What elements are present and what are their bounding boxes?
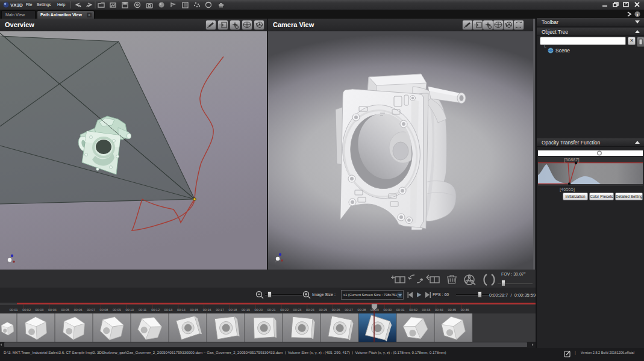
svg-text:00:07: 00:07 — [87, 308, 95, 312]
svg-text:00:20: 00:20 — [254, 308, 263, 312]
svg-text:00:33: 00:33 — [422, 308, 431, 312]
svg-text:00:14: 00:14 — [177, 308, 186, 312]
svg-text:00:29: 00:29 — [370, 308, 379, 312]
svg-text:00:02: 00:02 — [22, 308, 31, 312]
svg-text:00:21: 00:21 — [267, 308, 276, 312]
svg-text:00:26: 00:26 — [332, 308, 340, 312]
svg-text:00:13: 00:13 — [164, 308, 173, 312]
svg-text:00:06: 00:06 — [74, 308, 83, 312]
svg-text:00:05: 00:05 — [61, 308, 69, 312]
svg-text:00:16: 00:16 — [203, 308, 211, 312]
svg-text:00:19: 00:19 — [242, 308, 250, 312]
svg-text:00:30: 00:30 — [383, 308, 392, 312]
svg-text:00:15: 00:15 — [190, 308, 198, 312]
svg-text:00:12: 00:12 — [151, 308, 160, 312]
svg-text:00:01: 00:01 — [10, 308, 18, 312]
svg-text:00:09: 00:09 — [113, 308, 121, 312]
svg-text:00:10: 00:10 — [125, 308, 134, 312]
svg-text:[50887]: [50887] — [564, 157, 579, 162]
svg-text:00:03: 00:03 — [36, 308, 44, 312]
svg-text:00:18: 00:18 — [229, 308, 237, 312]
svg-text:00:34: 00:34 — [435, 308, 443, 312]
svg-text:00:36: 00:36 — [461, 308, 469, 312]
svg-text:00:31: 00:31 — [396, 308, 405, 312]
svg-text:00:08: 00:08 — [100, 308, 108, 312]
svg-text:00:27: 00:27 — [345, 308, 353, 312]
svg-text:00:23: 00:23 — [293, 308, 302, 312]
svg-text:00:17: 00:17 — [216, 308, 224, 312]
svg-text:00:25: 00:25 — [319, 308, 327, 312]
svg-text:00:04: 00:04 — [48, 308, 57, 312]
svg-text:00:22: 00:22 — [280, 308, 289, 312]
svg-text:00:28: 00:28 — [358, 308, 366, 312]
svg-text:00:24: 00:24 — [306, 308, 314, 312]
svg-text:00:11: 00:11 — [139, 308, 146, 312]
svg-text:00:32: 00:32 — [409, 308, 417, 312]
svg-text:00:35: 00:35 — [448, 308, 456, 312]
